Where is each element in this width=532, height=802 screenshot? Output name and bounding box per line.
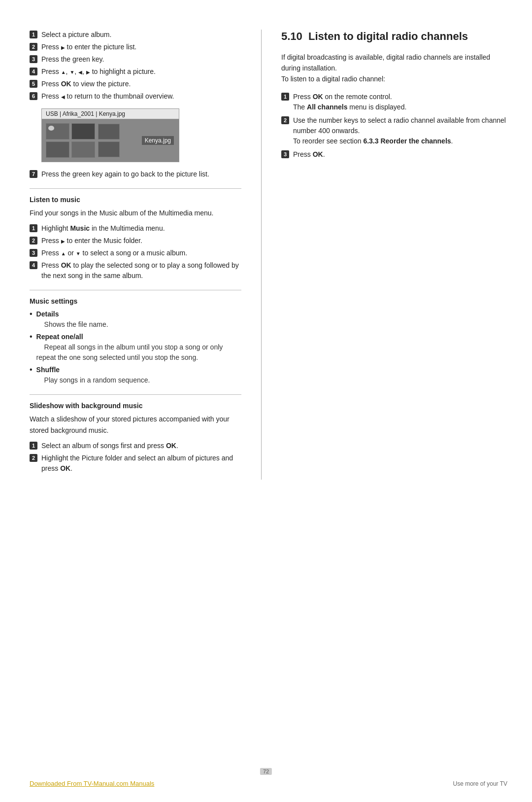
thumb-extra-col <box>98 124 120 157</box>
thumbnail-grid <box>46 123 95 158</box>
usb-thumbnails: Kenya.jpg <box>42 119 179 162</box>
footer-link[interactable]: Downloaded From TV-Manual.com Manuals <box>30 780 154 787</box>
step-text-2: Press to enter the picture list. <box>41 42 241 52</box>
usb-header: USB | Afrika_2001 | Kenya.jpg <box>42 109 179 119</box>
music-setting-shuffle: • Shuffle Play songs in a random sequenc… <box>30 365 241 385</box>
slideshow-intro: Watch a slideshow of your stored picture… <box>30 414 241 436</box>
initial-steps-list: 1 Select a picture album. 2 Press to ent… <box>30 30 241 102</box>
music-steps-list: 1 Highlight Music in the Multimedia menu… <box>30 223 241 281</box>
music-step-num-1: 1 <box>30 224 37 232</box>
step-1: 1 Select a picture album. <box>30 30 241 40</box>
shuffle-subtext: Play songs in a random sequence. <box>44 376 150 384</box>
music-setting-shuffle-content: Shuffle Play songs in a random sequence. <box>36 365 241 385</box>
slideshow-step-2: 2 Highlight the Picture folder and selec… <box>30 453 241 474</box>
bullet-dot-3: • <box>30 365 33 375</box>
step-num-3: 3 <box>30 55 37 63</box>
music-settings-list: • Details Shows the file name. • Repeat … <box>30 309 241 385</box>
step-num-2: 2 <box>30 43 37 51</box>
step-7: 7 Press the green key again to go back t… <box>30 169 241 179</box>
right-step-text-1: Press OK on the remote control.The All c… <box>293 92 507 112</box>
music-step-3: 3 Press or to select a song or a music a… <box>30 248 241 258</box>
right-step-text-3: Press OK. <box>293 149 507 160</box>
music-step-text-2: Press to enter the Music folder. <box>41 236 241 246</box>
step-num-4: 4 <box>30 68 37 75</box>
kenya-label: Kenya.jpg <box>142 136 174 145</box>
music-step-1: 1 Highlight Music in the Multimedia menu… <box>30 223 241 234</box>
step-text-5: Press OK to view the picture. <box>41 79 241 89</box>
right-intro-1: If digital broadcasting is available, di… <box>281 52 507 85</box>
repeat-subtext: Repeat all songs in the album until you … <box>36 343 223 361</box>
step-2: 2 Press to enter the picture list. <box>30 42 241 52</box>
music-step-text-3: Press or to select a song or a music alb… <box>41 248 241 258</box>
thumb-extra-2 <box>98 141 120 157</box>
slideshow-step-text-1: Select an album of songs first and press… <box>41 441 241 451</box>
step-num-6: 6 <box>30 92 37 100</box>
footer-right-text: Use more of your TV <box>453 780 507 787</box>
right-step-2: 2 Use the number keys to select a radio … <box>281 115 507 146</box>
bullet-dot-2: • <box>30 332 33 342</box>
thumb-extra-1 <box>98 124 120 139</box>
thumb-2 <box>71 123 95 139</box>
section-header: 5.10 Listen to digital radio channels <box>281 30 507 44</box>
step-text-6: Press to return to the thumbnail overvie… <box>41 91 241 102</box>
step7-list: 7 Press the green key again to go back t… <box>30 169 241 179</box>
music-step-text-1: Highlight Music in the Multimedia menu. <box>41 223 241 234</box>
page-number: 72 <box>260 768 272 775</box>
divider-3 <box>30 394 241 395</box>
divider-2 <box>30 290 241 290</box>
right-steps-list: 1 Press OK on the remote control.The All… <box>281 92 507 160</box>
music-setting-repeat: • Repeat one/all Repeat all songs in the… <box>30 332 241 363</box>
slideshow-title: Slideshow with background music <box>30 402 241 410</box>
right-step-num-1: 1 <box>281 93 289 101</box>
slideshow-step-num-2: 2 <box>30 454 37 462</box>
music-settings-title: Music settings <box>30 297 241 305</box>
music-setting-details: • Details Shows the file name. <box>30 309 241 330</box>
music-step-text-4: Press OK to play the selected song or to… <box>41 260 241 281</box>
music-setting-details-content: Details Shows the file name. <box>36 309 241 330</box>
step-text-7: Press the green key again to go back to … <box>41 169 241 179</box>
step-num-5: 5 <box>30 80 37 88</box>
left-column: 1 Select a picture album. 2 Press to ent… <box>30 30 241 480</box>
right-step-num-3: 3 <box>281 150 289 158</box>
thumb-1 <box>46 123 69 139</box>
step-5: 5 Press OK to view the picture. <box>30 79 241 89</box>
thumb-4 <box>71 141 95 158</box>
step-6: 6 Press to return to the thumbnail overv… <box>30 91 241 102</box>
right-column: 5.10 Listen to digital radio channels If… <box>261 30 507 480</box>
step-text-3: Press the green key. <box>41 54 241 65</box>
divider-1 <box>30 188 241 189</box>
music-setting-repeat-content: Repeat one/all Repeat all songs in the a… <box>36 332 241 363</box>
section-num: 5.10 <box>281 30 302 42</box>
step-num-7: 7 <box>30 170 37 178</box>
right-step-text-2: Use the number keys to select a radio ch… <box>293 115 507 146</box>
music-step-4: 4 Press OK to play the selected song or … <box>30 260 241 281</box>
listen-music-title: Listen to music <box>30 196 241 204</box>
page-footer: Downloaded From TV-Manual.com Manuals Us… <box>0 780 532 787</box>
music-step-2: 2 Press to enter the Music folder. <box>30 236 241 246</box>
music-step-num-3: 3 <box>30 249 37 257</box>
right-step-num-2: 2 <box>281 116 289 124</box>
section-title: Listen to digital radio channels <box>308 30 468 42</box>
slideshow-step-1: 1 Select an album of songs first and pre… <box>30 441 241 451</box>
thumb-3 <box>46 141 69 158</box>
right-step-3: 3 Press OK. <box>281 149 507 160</box>
step-num-1: 1 <box>30 31 37 38</box>
details-subtext: Shows the file name. <box>44 320 108 328</box>
step-3: 3 Press the green key. <box>30 54 241 65</box>
listen-music-intro: Find your songs in the Music album of th… <box>30 208 241 218</box>
bullet-dot-1: • <box>30 309 33 319</box>
right-step-1: 1 Press OK on the remote control.The All… <box>281 92 507 112</box>
music-step-num-4: 4 <box>30 261 37 269</box>
step-4: 4 Press , , , to highlight a picture. <box>30 67 241 77</box>
music-step-num-2: 2 <box>30 237 37 244</box>
slideshow-steps-list: 1 Select an album of songs first and pre… <box>30 441 241 474</box>
slideshow-step-num-1: 1 <box>30 442 37 450</box>
step-text-4: Press , , , to highlight a picture. <box>41 67 241 77</box>
usb-thumbnail-box: USB | Afrika_2001 | Kenya.jpg Kenya.jpg <box>41 108 179 162</box>
slideshow-step-text-2: Highlight the Picture folder and select … <box>41 453 241 474</box>
step-text-1: Select a picture album. <box>41 30 241 40</box>
